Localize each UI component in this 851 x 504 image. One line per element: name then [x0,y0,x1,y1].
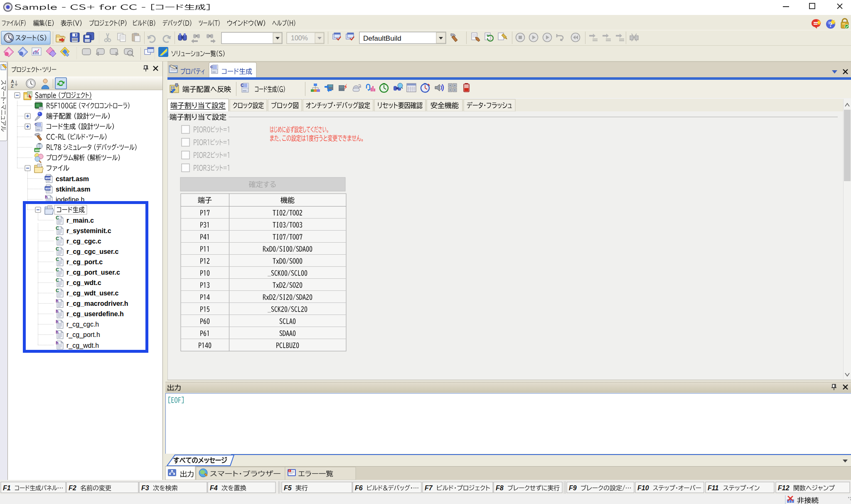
svg-text:!: ! [289,470,290,472]
svg-text:C: C [56,215,59,220]
svg-text:F5: F5 [284,484,292,492]
svg-text:h: h [45,194,48,199]
svg-text:C: C [210,65,213,69]
svg-text:r_cg_port.h: r_cg_port.h [66,331,100,339]
svg-text:r_cg_cgc_user.c: r_cg_cgc_user.c [66,248,119,255]
svg-text:F10: F10 [637,484,649,492]
svg-text:r_cg_cgc.h: r_cg_cgc.h [66,321,99,328]
svg-text:100%: 100% [291,34,308,42]
svg-text:h: h [56,298,59,303]
svg-text:r_cg_wdt.h: r_cg_wdt.h [66,342,99,349]
svg-text:r_cg_userdefine.h: r_cg_userdefine.h [66,310,124,317]
svg-text:h: h [56,340,59,345]
svg-text:r_cg_port.c: r_cg_port.c [66,258,103,266]
svg-text:asm: asm [45,176,52,180]
svg-text:F1: F1 [3,484,11,492]
svg-text:C: C [56,267,59,272]
svg-text:cstart.asm: cstart.asm [56,175,89,182]
svg-text:F8: F8 [496,484,504,492]
svg-text:r_main.c: r_main.c [66,217,94,224]
svg-text:C: C [56,278,59,283]
svg-text:r_cg_cgc.c: r_cg_cgc.c [66,238,101,245]
svg-text:asm: asm [45,187,52,190]
svg-text:C: C [56,288,59,293]
svg-text:r_systeminit.c: r_systeminit.c [66,227,111,234]
svg-text:r_cg_port_user.c: r_cg_port_user.c [66,269,120,276]
svg-text:C: C [34,122,37,126]
svg-text:C: C [56,246,59,251]
svg-text:F3: F3 [141,484,149,492]
svg-text:C: C [241,83,243,88]
svg-text:F4: F4 [210,484,218,492]
svg-text:F9: F9 [569,484,577,492]
svg-text:h: h [56,319,59,324]
svg-text:F2: F2 [69,484,76,492]
svg-text:r_cg_wdt_user.c: r_cg_wdt_user.c [66,290,119,297]
svg-text:F12: F12 [778,484,790,492]
svg-text:C: C [56,226,59,231]
svg-text:r_cg_macrodriver.h: r_cg_macrodriver.h [66,300,128,307]
svg-text:asm: asm [35,149,41,152]
svg-text:Z: Z [11,84,14,89]
svg-text:C: C [56,257,59,262]
svg-text:F6: F6 [355,484,363,492]
svg-text:F7: F7 [425,484,433,492]
svg-text:h: h [56,309,59,314]
svg-text:F11: F11 [708,484,718,492]
svg-text:stkinit.asm: stkinit.asm [56,186,91,193]
svg-text:DefaultBuild: DefaultBuild [363,34,401,42]
svg-text:C: C [56,236,59,241]
svg-text:r_cg_wdt.c: r_cg_wdt.c [66,279,101,286]
svg-text:h: h [56,329,59,334]
